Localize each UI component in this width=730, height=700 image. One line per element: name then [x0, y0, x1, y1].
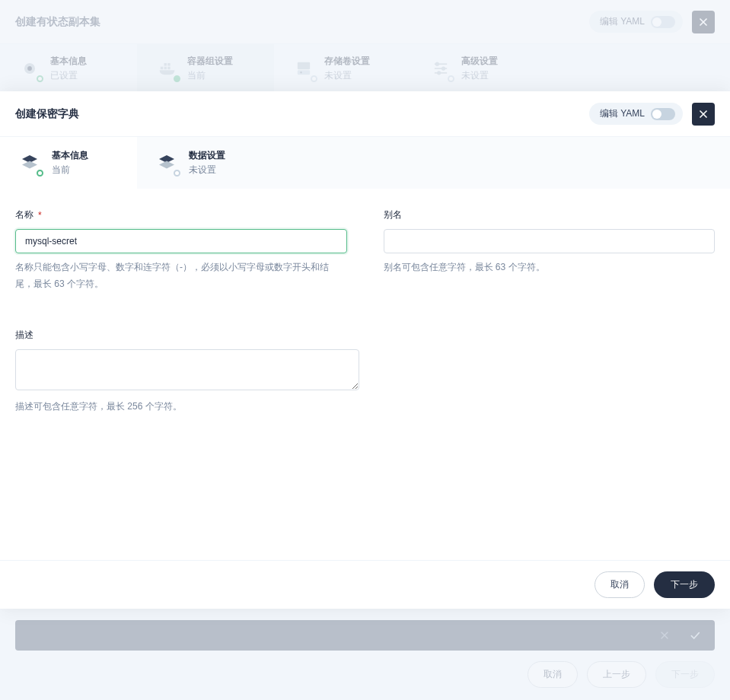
fg-tab-basic-info[interactable]: 基本信息 当前	[0, 137, 137, 189]
desc-label: 描述	[15, 329, 33, 342]
field-description: 描述 描述可包含任意字符，最长 256 个字符。	[15, 329, 359, 415]
create-secret-modal: 创建保密字典 编辑 YAML 基本信息 当前	[0, 91, 730, 609]
fg-tab-label: 基本信息	[52, 149, 88, 162]
field-name: 名称 * 名称只能包含小写字母、数字和连字符（-），必须以小写字母或数字开头和结…	[15, 208, 347, 292]
required-indicator: *	[38, 210, 42, 221]
name-help-text: 名称只能包含小写字母、数字和连字符（-），必须以小写字母或数字开头和结尾，最长 …	[15, 259, 347, 292]
svg-marker-25	[159, 161, 174, 169]
toggle-switch-icon	[651, 108, 675, 120]
close-icon	[697, 108, 709, 120]
desc-help-text: 描述可包含任意字符，最长 256 个字符。	[15, 399, 359, 415]
name-label: 名称	[15, 208, 33, 221]
layers-icon	[18, 151, 41, 174]
fg-tab-data-settings[interactable]: 数据设置 未设置	[137, 137, 274, 189]
fg-modal-title: 创建保密字典	[15, 107, 79, 121]
svg-marker-23	[22, 161, 37, 169]
fg-close-button[interactable]	[692, 103, 715, 126]
alias-label: 别名	[384, 208, 402, 221]
field-alias: 别名 别名可包含任意字符，最长 63 个字符。	[384, 208, 716, 292]
fg-tab-label: 数据设置	[189, 149, 225, 162]
fg-next-button[interactable]: 下一步	[654, 571, 715, 598]
name-input[interactable]	[15, 229, 347, 253]
fg-edit-yaml-label: 编辑 YAML	[600, 107, 645, 120]
alias-input[interactable]	[384, 229, 716, 253]
layers-icon	[155, 151, 178, 174]
fg-tab-status: 未设置	[189, 164, 225, 177]
alias-help-text: 别名可包含任意字符，最长 63 个字符。	[384, 259, 716, 276]
fg-edit-yaml-toggle[interactable]: 编辑 YAML	[589, 103, 683, 125]
fg-tab-status: 当前	[52, 164, 88, 177]
fg-cancel-button[interactable]: 取消	[595, 571, 645, 598]
description-textarea[interactable]	[15, 349, 359, 390]
